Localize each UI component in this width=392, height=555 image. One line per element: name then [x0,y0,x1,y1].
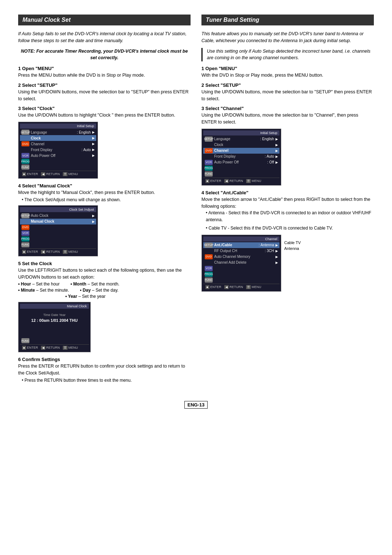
step-2-body: Using the UP/DOWN buttons, move the sele… [18,89,191,102]
channel-labels: Cable TV Antenna [284,240,301,251]
r-func-icon: FUNC [205,171,213,177]
menu2-row-5: FUNC [20,242,96,248]
r-empty-icon3 [205,248,213,254]
right-step-1-title: Open "MENU" [205,66,237,71]
right-menu2-title: Channel [203,236,279,242]
r-empty-icon [205,142,213,147]
empty-icon [21,135,29,141]
step-1-title: Open "MENU" [22,66,54,71]
menu1-footer: ■ ENTER ◀ RETURN ☰ MENU [20,171,96,177]
page-container: Manual Clock Set If Auto Setup fails to … [18,15,374,386]
r-menu1-footer: ■ ENTER ◀ RETURN ☰ MENU [203,178,279,184]
menu3-title: Manual Clock [20,304,89,309]
step-2: 2 Select "SETUP" Using the UP/DOWN butto… [18,82,191,102]
dvd-icon: DVD [21,141,29,146]
setup-icon: SETUP [21,130,29,135]
menu2-row-4: PROG [20,236,96,242]
r-func-icon2: FUNC [205,278,213,283]
page-num-container: ENG-13 [18,394,374,409]
bullet-2: • Cable TV - Select this if the DVD-VCR … [206,225,374,232]
r-dvd-icon2: DVD [205,254,213,259]
step-4-subnote: • The Clock Set/Adjust menu will change … [22,197,191,202]
step-3-number: 3 [18,106,21,111]
r-menu1-row-3: Front Display : Auto ▶ [203,154,279,159]
left-section-title: Manual Clock Set [18,15,191,25]
step-4-body: Move the highlight to "Manual Clock", th… [18,189,191,196]
right-step-3-title: Select "Channel" [205,106,244,111]
r-menu2-row-6: FUNC [203,277,279,283]
step-5-title: Set the Clock [22,261,52,266]
r-menu2-row-0: SETUP Ant./Cable : Antenna ▶ [203,242,279,248]
step-5: 5 Set the Clock Use the LEFT/RIGHT butto… [18,261,191,353]
prog-icon2: PROG [21,236,29,242]
right-bullet-intro: Use this setting only if Auto Setup dete… [201,48,374,62]
step-6-subnote: • Press the RETURN button three times to… [22,378,191,383]
step-5-options: • Hour – Set the hour • Month – Set the … [18,281,191,287]
right-step-1-body: With the DVD in Stop or Play mode, press… [201,72,374,79]
menu1-row-5: PROG [20,158,96,164]
vcr-icon2: VCR [21,231,29,236]
r-menu1-row-6: FUNC [203,171,279,177]
step-4-number: 4 [18,183,21,189]
r-menu2-row-2: DVD Auto Channel Memory ▶ [203,254,279,260]
left-intro: If Auto Setup fails to set the DVD-VCR's… [18,31,191,44]
menu1-row-1: Clock ▶ [20,135,96,141]
r-menu1-row-1: Clock ▶ [203,142,279,148]
step-5-year: • Year – Set the year [65,294,191,299]
vcr-icon: VCR [21,153,29,158]
menu-screen-1: Initial Setup SETUP Language : English ▶… [18,122,98,179]
bullet-1: • Antenna - Select this if the DVD-VCR i… [206,210,374,223]
r-setup-icon: SETUP [205,137,213,142]
right-step-2-number: 2 [201,82,204,88]
right-step-1-number: 1 [201,66,204,71]
step-3-title: Select "Clock" [22,106,55,111]
step-1-number: 1 [18,66,21,71]
r-prog-icon2: PROG [205,272,213,277]
step-1-body: Press the MENU button while the DVD is i… [18,72,191,79]
menu2-footer: ■ ENTER ◀ RETURN ☰ MENU [20,248,96,255]
right-step-4-number: 4 [201,190,204,195]
func-icon3: FUNC [21,338,29,343]
r-menu2-row-4: VCR [203,266,279,271]
right-step-2-title: Select "SETUP" [205,82,241,88]
menu3-time-row: Time Date Year 12 : 00am 1/01 2004 THU [20,309,89,323]
r-menu1-row-2: DVD Channel ▶ [203,148,279,154]
step-5-options2: • Minute – Set the minute. • Day – Set t… [18,288,191,293]
right-step-1: 1 Open "MENU" With the DVD in Stop or Pl… [201,66,374,79]
right-step-4-body: Move the selection arrow to "Ant./Cable"… [201,196,374,210]
right-step-4-title: Select "Ant./Cable" [205,190,249,195]
menu2-title: Clock Set /Adjust [20,207,96,212]
right-step-3: 3 Select "Channel" Using the UP/DOWN but… [201,106,374,186]
r-dvd-icon: DVD [205,148,213,153]
menu2-row-2: DVD [20,224,96,230]
empty-icon3 [21,219,29,224]
right-intro: This feature allows you to manually set … [201,31,374,44]
r-empty-icon2 [205,154,213,159]
right-column: Tuner Band Setting This feature allows y… [201,15,374,386]
menu1-row-4: VCR Auto Power Off ▶ [20,153,96,158]
step-4: 4 Select "Manual Clock" Move the highlig… [18,183,191,256]
step-2-title: Select "SETUP" [22,82,58,88]
r-vcr-icon: VCR [205,160,213,165]
r-menu2-row-1: RF Output CH : 3CH ▶ [203,248,279,254]
right-section-title: Tuner Band Setting [201,15,374,25]
prog-icon: PROG [21,159,29,164]
menu-screen-3: Manual Clock Time Date Year 12 : 00am 1/… [18,302,91,352]
step-6: 6 Confirm Settings Press the ENTER or RE… [18,357,191,383]
step-6-body: Press the ENTER or RETURN button to conf… [18,363,191,377]
step-3-body: Use the UP/DOWN buttons to highlight "Cl… [18,112,191,119]
right-step-4-bullets: • Antenna - Select this if the DVD-VCR i… [206,210,374,232]
dvd-icon2: DVD [21,225,29,230]
right-menu1-title: Initial Setup [203,130,279,135]
r-menu2-row-5: PROG [203,271,279,277]
right-menu2-container: Channel SETUP Ant./Cable : Antenna ▶ RF … [201,235,374,292]
left-column: Manual Clock Set If Auto Setup fails to … [18,15,191,386]
func-icon2: FUNC [21,242,29,247]
right-menu-screen-1: Initial Setup SETUP Language : English ▶… [201,129,281,186]
menu1-row-3: Front Display : Auto ▶ [20,147,96,153]
menu1-row-6: FUNC [20,164,96,170]
right-step-3-number: 3 [201,106,204,111]
menu1-title: Initial Setup [20,123,96,129]
menu-screen-2: Clock Set /Adjust SETUP Auto Clock ▶ Man… [18,205,98,256]
antenna-label: Antenna [284,246,301,251]
